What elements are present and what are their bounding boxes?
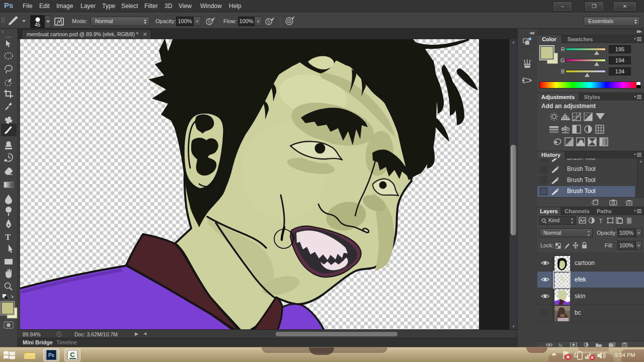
svg-text:T: T — [599, 217, 603, 225]
svg-text:T: T — [5, 232, 11, 242]
svg-text:+: + — [585, 113, 588, 118]
svg-text:45: 45 — [35, 22, 41, 28]
svg-text:»: » — [2, 30, 4, 34]
